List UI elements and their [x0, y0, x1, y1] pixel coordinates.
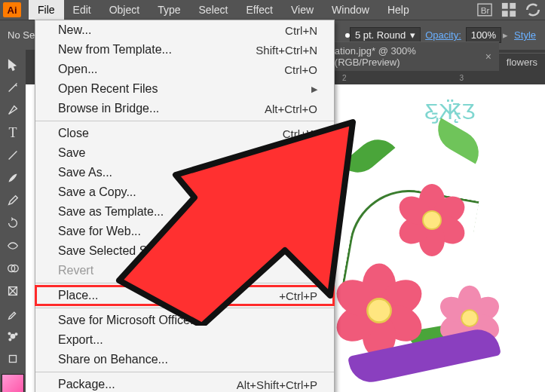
- shape-builder-tool-icon[interactable]: [2, 258, 24, 279]
- menubar: Ai File Edit Object Type Select Effect V…: [0, 0, 545, 20]
- document-tab-active[interactable]: ation.jpg* @ 300% (RGB/Preview) ×: [327, 41, 499, 71]
- menu-type[interactable]: Type: [148, 0, 189, 20]
- no-selection-label: No Se: [8, 29, 35, 41]
- svg-rect-3: [510, 3, 516, 9]
- menu-item-open-recent[interactable]: Open Recent Files▶: [35, 79, 334, 99]
- pen-tool-icon[interactable]: [2, 100, 24, 121]
- svg-point-13: [8, 332, 11, 335]
- pencil-tool-icon[interactable]: [2, 190, 24, 211]
- menu-item-package[interactable]: Package...Alt+Shift+Ctrl+P: [35, 375, 334, 392]
- submenu-arrow-icon: ▶: [311, 84, 317, 94]
- opacity-label[interactable]: Opacity:: [425, 29, 461, 41]
- perspective-tool-icon[interactable]: [2, 280, 24, 302]
- bridge-icon[interactable]: Br: [475, 2, 494, 18]
- rotate-tool-icon[interactable]: [2, 213, 24, 234]
- opacity-field[interactable]: 100%: [466, 27, 501, 43]
- artwork-flowers: Ƹ̵̡Ӝ̵̨̄Ʒ: [319, 100, 530, 386]
- menu-item-save[interactable]: SaveCtrl+S: [35, 143, 334, 163]
- menu-item-new[interactable]: New...Ctrl+N: [35, 20, 334, 40]
- menu-item-export[interactable]: Export...: [35, 330, 334, 350]
- type-tool-icon[interactable]: T: [2, 122, 24, 143]
- sync-icon[interactable]: [523, 2, 543, 18]
- chevron-down-icon: ▾: [410, 29, 415, 41]
- menu-item-close[interactable]: CloseCtrl+W: [35, 124, 334, 143]
- menu-separator: [35, 308, 334, 308]
- stroke-profile-dropdown[interactable]: 5 pt. Round ▾: [350, 27, 421, 43]
- menu-item-place[interactable]: Place...+Ctrl+P: [35, 286, 334, 305]
- menu-view[interactable]: View: [282, 0, 323, 20]
- document-tab-name: ation.jpg* @ 300% (RGB/Preview): [335, 45, 479, 68]
- style-label[interactable]: Style: [514, 29, 536, 41]
- magic-wand-tool-icon[interactable]: [2, 77, 24, 98]
- svg-rect-16: [10, 356, 17, 363]
- opacity-arrow-icon[interactable]: ▸: [503, 29, 508, 41]
- close-icon[interactable]: ×: [485, 51, 491, 63]
- stroke-profile-value: 5 pt. Round: [355, 29, 406, 41]
- svg-point-14: [15, 333, 17, 335]
- menu-effect[interactable]: Effect: [237, 0, 282, 20]
- menu-separator: [35, 121, 334, 121]
- ruler-mark: 2: [342, 74, 347, 82]
- file-menu-dropdown: New...Ctrl+N New from Template...Shift+C…: [35, 20, 335, 392]
- svg-rect-5: [510, 11, 516, 17]
- document-tab-next[interactable]: flowers: [499, 53, 545, 71]
- menu-object[interactable]: Object: [100, 0, 148, 20]
- menu-item-browse-bridge[interactable]: Browse in Bridge...Alt+Ctrl+O: [35, 99, 334, 118]
- menu-separator: [35, 372, 334, 372]
- menu-separator: [35, 283, 334, 283]
- butterfly-icon: Ƹ̵̡Ӝ̵̨̄Ʒ: [424, 100, 476, 124]
- menu-item-save-office[interactable]: Save for Microsoft Office...: [35, 311, 334, 330]
- menu-window[interactable]: Window: [323, 0, 378, 20]
- opacity-value: 100%: [471, 29, 496, 41]
- svg-rect-2: [502, 3, 508, 9]
- ruler-mark: 3: [460, 74, 464, 82]
- eyedropper-tool-icon[interactable]: [2, 303, 24, 324]
- menu-item-new-from-template[interactable]: New from Template...Shift+Ctrl+N: [35, 40, 334, 60]
- menu-item-save-for-web[interactable]: Save for Web...Ctrl+S: [35, 222, 334, 241]
- document-tab-name: flowers: [507, 57, 537, 68]
- width-tool-icon[interactable]: [2, 235, 24, 256]
- line-tool-icon[interactable]: [2, 145, 24, 166]
- menu-item-save-slices[interactable]: Save Selected Slices: [35, 241, 334, 261]
- menu-item-share-behance[interactable]: Share on Behance...: [35, 350, 334, 369]
- menu-item-save-copy[interactable]: Save a Copy...Ctrl+S: [35, 182, 334, 202]
- menu-item-save-template[interactable]: Save as Template...: [35, 202, 334, 222]
- svg-point-15: [9, 338, 11, 341]
- symbol-tool-icon[interactable]: [2, 326, 24, 347]
- menu-edit[interactable]: Edit: [64, 0, 100, 20]
- brush-tool-icon[interactable]: [2, 167, 24, 188]
- menu-select[interactable]: Select: [190, 0, 237, 20]
- svg-text:Br: Br: [481, 5, 490, 15]
- menu-item-open[interactable]: Open...Ctrl+O: [35, 60, 334, 79]
- menu-item-revert: Revert: [35, 261, 334, 280]
- svg-rect-4: [502, 11, 508, 17]
- color-swatch[interactable]: [2, 374, 24, 392]
- menu-file[interactable]: File: [29, 0, 64, 20]
- selection-tool-icon[interactable]: [2, 54, 24, 75]
- menu-help[interactable]: Help: [378, 0, 418, 20]
- app-logo: Ai: [3, 2, 21, 17]
- artboard-tool-icon[interactable]: [2, 348, 24, 369]
- menu-item-save-as[interactable]: Save As...Shift+Ctrl+S: [35, 163, 334, 182]
- arrange-icon[interactable]: [499, 2, 519, 18]
- svg-point-12: [11, 334, 14, 338]
- toolbox: T: [0, 50, 26, 392]
- svg-line-6: [9, 152, 17, 160]
